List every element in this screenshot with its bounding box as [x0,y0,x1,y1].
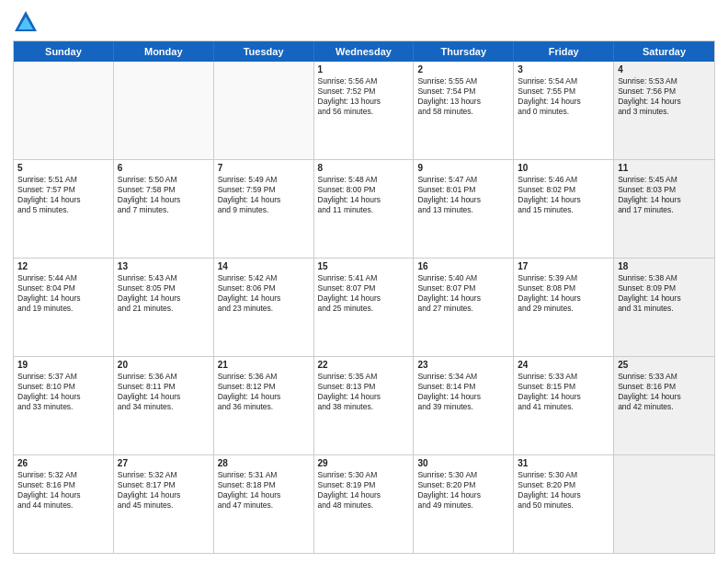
cell-line-0: Sunrise: 5:39 AM [518,273,609,283]
cell-line-1: Sunset: 8:09 PM [618,283,711,293]
cell-line-2: Daylight: 14 hours [118,490,210,500]
cell-line-3: and 17 minutes. [618,205,711,215]
calendar-cell-13: 13Sunrise: 5:43 AMSunset: 8:05 PMDayligh… [114,259,214,356]
day-number: 12 [17,261,109,271]
cell-line-0: Sunrise: 5:30 AM [318,470,410,480]
cell-line-3: and 27 minutes. [417,304,509,314]
cell-line-1: Sunset: 8:02 PM [518,185,609,195]
calendar-cell-empty [14,62,114,159]
cell-line-0: Sunrise: 5:35 AM [318,372,410,382]
day-number: 11 [618,163,711,173]
day-number: 23 [417,360,509,370]
cell-line-0: Sunrise: 5:42 AM [218,273,310,283]
cell-line-0: Sunrise: 5:46 AM [518,175,609,185]
day-number: 27 [118,458,210,468]
cell-line-0: Sunrise: 5:37 AM [17,372,109,382]
cell-line-2: Daylight: 14 hours [618,195,711,205]
calendar-cell-9: 9Sunrise: 5:47 AMSunset: 8:01 PMDaylight… [414,160,514,258]
day-number: 17 [518,261,609,271]
day-number: 16 [417,261,509,271]
cell-line-3: and 50 minutes. [518,500,609,511]
cell-line-1: Sunset: 8:07 PM [318,283,410,293]
calendar-cell-10: 10Sunrise: 5:46 AMSunset: 8:02 PMDayligh… [514,160,614,258]
day-number: 13 [118,261,210,271]
day-number: 20 [118,360,210,370]
cell-line-3: and 9 minutes. [218,205,310,215]
cell-line-3: and 15 minutes. [518,205,609,215]
calendar-cell-6: 6Sunrise: 5:50 AMSunset: 7:58 PMDaylight… [114,160,214,258]
calendar-cell-1: 1Sunrise: 5:56 AMSunset: 7:52 PMDaylight… [314,62,415,159]
calendar-cell-empty [214,62,314,159]
day-number: 7 [218,163,310,173]
calendar: SundayMondayTuesdayWednesdayThursdayFrid… [13,40,715,554]
cell-line-2: Daylight: 14 hours [417,490,509,500]
cell-line-1: Sunset: 8:11 PM [118,382,210,392]
header-day-sunday: Sunday [14,41,114,62]
cell-line-3: and 0 minutes. [518,107,609,117]
day-number: 22 [318,360,410,370]
calendar-cell-19: 19Sunrise: 5:37 AMSunset: 8:10 PMDayligh… [14,357,114,454]
cell-line-1: Sunset: 8:15 PM [518,382,609,392]
calendar-week-0: 1Sunrise: 5:56 AMSunset: 7:52 PMDaylight… [14,62,714,160]
cell-line-1: Sunset: 8:01 PM [417,185,509,195]
cell-line-3: and 3 minutes. [618,107,711,117]
calendar-cell-4: 4Sunrise: 5:53 AMSunset: 7:56 PMDaylight… [614,62,714,159]
day-number: 8 [318,163,410,173]
cell-line-0: Sunrise: 5:40 AM [417,273,509,283]
cell-line-3: and 58 minutes. [417,107,509,117]
day-number: 15 [318,261,410,271]
cell-line-2: Daylight: 14 hours [318,392,410,402]
cell-line-2: Daylight: 14 hours [218,490,310,500]
cell-line-0: Sunrise: 5:45 AM [618,175,711,185]
cell-line-2: Daylight: 14 hours [618,293,711,304]
cell-line-0: Sunrise: 5:32 AM [118,470,210,480]
cell-line-3: and 21 minutes. [118,304,210,314]
cell-line-1: Sunset: 7:54 PM [417,86,509,97]
cell-line-2: Daylight: 14 hours [218,195,310,205]
cell-line-1: Sunset: 8:17 PM [118,480,210,490]
calendar-cell-28: 28Sunrise: 5:31 AMSunset: 8:18 PMDayligh… [214,455,314,553]
cell-line-3: and 44 minutes. [17,500,109,511]
header-day-monday: Monday [114,41,214,62]
cell-line-0: Sunrise: 5:55 AM [417,76,509,86]
day-number: 21 [218,360,310,370]
cell-line-1: Sunset: 7:56 PM [618,86,711,97]
cell-line-1: Sunset: 8:12 PM [218,382,310,392]
cell-line-1: Sunset: 8:04 PM [17,283,109,293]
calendar-cell-24: 24Sunrise: 5:33 AMSunset: 8:15 PMDayligh… [514,357,614,454]
calendar-cell-27: 27Sunrise: 5:32 AMSunset: 8:17 PMDayligh… [114,455,214,553]
cell-line-0: Sunrise: 5:56 AM [318,76,410,86]
cell-line-1: Sunset: 7:58 PM [118,185,210,195]
cell-line-1: Sunset: 8:16 PM [17,480,109,490]
header [13,9,715,35]
cell-line-0: Sunrise: 5:53 AM [618,76,711,86]
cell-line-0: Sunrise: 5:32 AM [17,470,109,480]
day-number: 6 [118,163,210,173]
logo [13,9,40,35]
header-day-friday: Friday [514,41,614,62]
cell-line-3: and 38 minutes. [318,402,410,412]
day-number: 26 [17,458,109,468]
cell-line-2: Daylight: 14 hours [17,195,109,205]
cell-line-2: Daylight: 14 hours [417,293,509,304]
calendar-cell-22: 22Sunrise: 5:35 AMSunset: 8:13 PMDayligh… [314,357,415,454]
cell-line-1: Sunset: 8:06 PM [218,283,310,293]
calendar-cell-5: 5Sunrise: 5:51 AMSunset: 7:57 PMDaylight… [14,160,114,258]
cell-line-3: and 34 minutes. [118,402,210,412]
cell-line-1: Sunset: 8:07 PM [417,283,509,293]
cell-line-1: Sunset: 7:59 PM [218,185,310,195]
day-number: 3 [518,64,609,75]
cell-line-3: and 39 minutes. [417,402,509,412]
day-number: 18 [618,261,711,271]
day-number: 14 [218,261,310,271]
day-number: 4 [618,64,711,75]
cell-line-2: Daylight: 14 hours [417,195,509,205]
day-number: 31 [518,458,609,468]
cell-line-2: Daylight: 14 hours [518,195,609,205]
day-number: 28 [218,458,310,468]
calendar-cell-20: 20Sunrise: 5:36 AMSunset: 8:11 PMDayligh… [114,357,214,454]
calendar-cell-18: 18Sunrise: 5:38 AMSunset: 8:09 PMDayligh… [614,259,714,356]
calendar-cell-14: 14Sunrise: 5:42 AMSunset: 8:06 PMDayligh… [214,259,314,356]
header-day-wednesday: Wednesday [314,41,415,62]
cell-line-0: Sunrise: 5:54 AM [518,76,609,86]
